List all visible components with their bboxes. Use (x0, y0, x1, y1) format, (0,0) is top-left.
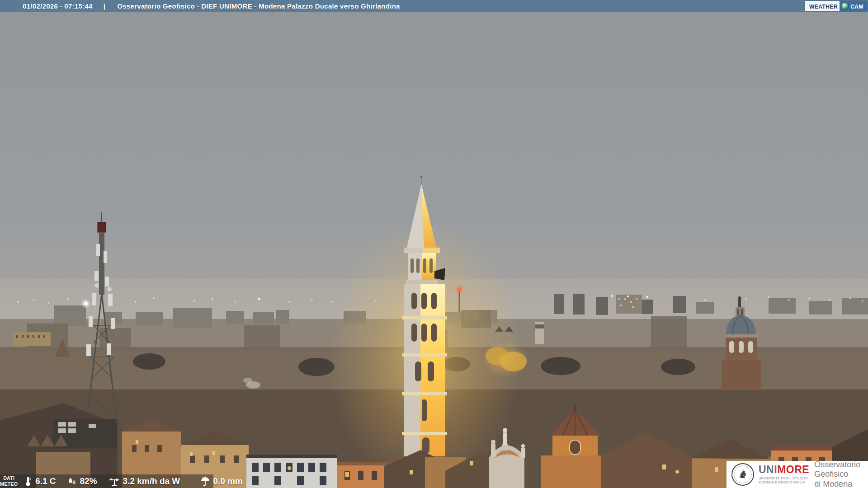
unimore-brand: UNIMORE UNIVERSITÀ DEGLI STUDI DI MODENA… (759, 465, 809, 485)
thermometer-icon (23, 476, 33, 487)
datetime-label: 01/02/2026 - 07:15:44 (23, 2, 93, 10)
humidity-value: 82% (80, 476, 97, 486)
temperature-reading: 6.1 C (23, 476, 56, 487)
weathercam-logo: Weather Cam (805, 1, 867, 11)
wind-reading: 3.2 km/h da W (108, 476, 180, 487)
temperature-value: 6.1 C (35, 476, 56, 486)
unimore-subtitle-line1: UNIVERSITÀ DEGLI STUDI DI (759, 476, 809, 480)
unimore-brand-more: MORE (777, 464, 809, 475)
weather-data-bar: DATI METEO 6.1 C 82% (0, 474, 213, 488)
unimore-seal-icon: ♞ (731, 463, 755, 486)
weathercam-logo-cam: Cam (850, 2, 863, 11)
rain-reading: 0.0 mm (200, 476, 242, 487)
wind-value: 3.2 km/h da W (123, 476, 180, 486)
svg-text:♞: ♞ (738, 468, 748, 480)
separator: | (104, 2, 106, 10)
umbrella-icon (200, 476, 211, 487)
humidity-reading: 82% (67, 476, 97, 487)
unimore-brand-uni: UNI (759, 464, 777, 475)
dati-meteo-label: DATI METEO (0, 475, 18, 487)
webcam-scene (0, 0, 868, 488)
unimore-subtitle-line2: MODENA E REGGIO EMILIA (759, 480, 809, 484)
wind-vane-icon (108, 476, 121, 487)
weathercam-logo-weather: Weather (805, 1, 840, 11)
weathercam-logo-cam-box: Cam (840, 1, 867, 11)
observatory-name: Osservatorio Geofisico di Modena (814, 460, 868, 488)
webcam-frame: 01/02/2026 - 07:15:44 | Osservatorio Geo… (0, 0, 868, 488)
camera-lens-icon (841, 2, 849, 10)
topbar: 01/02/2026 - 07:15:44 | Osservatorio Geo… (0, 0, 868, 12)
humidity-drops-icon (67, 476, 78, 487)
camera-title: Osservatorio Geofisico - DIEF UNIMORE - … (117, 2, 400, 10)
unimore-credit: ♞ UNIMORE UNIVERSITÀ DEGLI STUDI DI MODE… (726, 461, 868, 488)
rain-value: 0.0 mm (213, 476, 242, 486)
